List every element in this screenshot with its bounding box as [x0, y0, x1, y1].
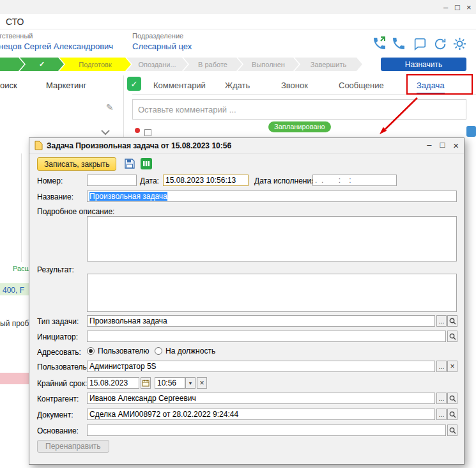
table-column-divider	[21, 153, 22, 262]
redirect-button[interactable]: Перенаправить	[37, 440, 109, 453]
calendar-icon	[142, 379, 150, 387]
description-label: Подробное описание:	[37, 207, 114, 216]
document-label: Документ:	[37, 410, 73, 419]
address-user-option[interactable]: Пользователю	[87, 347, 150, 355]
document-input[interactable]	[87, 409, 435, 420]
initiator-input[interactable]	[87, 331, 446, 342]
settings-gear-icon[interactable]	[452, 36, 467, 51]
contractor-search-button[interactable]	[447, 393, 457, 404]
stage-preparing[interactable]: Подготовк	[59, 58, 131, 71]
radio-position-label: На должность	[165, 347, 215, 355]
user-input[interactable]	[87, 361, 435, 372]
name-input[interactable]: Произвольная задача	[87, 191, 457, 202]
document-ellipsis-button[interactable]: ...	[436, 409, 447, 420]
app-maximize-button[interactable]: □	[455, 3, 460, 12]
description-textarea[interactable]	[87, 216, 457, 261]
task-type-ellipsis-button[interactable]: ...	[436, 315, 447, 327]
save-button[interactable]	[123, 158, 137, 171]
notification-badge	[135, 128, 140, 133]
tab-message[interactable]: Сообщение	[339, 81, 384, 90]
date-input[interactable]	[163, 175, 249, 186]
save-close-button[interactable]: Записать, закрыть	[37, 157, 116, 171]
app-close-button[interactable]: ×	[466, 3, 472, 12]
background-fragment-prob: ый проб	[0, 319, 29, 328]
task-type-label: Тип задачи:	[37, 317, 79, 326]
document-search-button[interactable]	[447, 409, 457, 420]
chat-bubble-icon[interactable]	[466, 126, 476, 137]
stage-preparing-label: Подготовк	[79, 61, 112, 68]
exec-date-input[interactable]	[312, 175, 397, 186]
deadline-label: Крайний срок:	[37, 379, 87, 388]
responsible-label: тственный	[0, 32, 33, 40]
panel-divider	[123, 75, 124, 137]
responsible-value[interactable]: нецов Сергей Александрович	[0, 42, 113, 51]
stage-finish-label: Завершить	[311, 61, 346, 68]
dialog-minimize-button[interactable]: –	[427, 140, 431, 151]
user-clear-button[interactable]: ×	[447, 361, 457, 372]
basis-search-button[interactable]	[447, 425, 457, 436]
name-selected-text: Произвольная задача	[89, 192, 167, 201]
dialog-maximize-button[interactable]: □	[440, 140, 445, 151]
basis-label: Основание:	[37, 426, 79, 435]
radio-user[interactable]	[87, 347, 95, 355]
deadline-time-input[interactable]	[155, 377, 185, 389]
dialog-close-button[interactable]: ×	[453, 140, 459, 151]
stage-done-1[interactable]	[0, 58, 24, 71]
chat-icon[interactable]	[413, 37, 427, 51]
stage-late-label: Опоздани...	[138, 61, 176, 68]
address-position-option[interactable]: На должность	[155, 347, 215, 355]
initiator-search-button[interactable]	[447, 331, 457, 342]
app-title: СТО	[6, 17, 24, 27]
stage-inwork[interactable]: В работе	[183, 58, 242, 71]
deadline-date-input[interactable]	[87, 377, 139, 389]
result-textarea[interactable]	[87, 274, 457, 312]
contractor-label: Контрагент:	[37, 394, 79, 403]
stage-done-2[interactable]: ✓	[20, 58, 64, 71]
app-titlebar	[0, 0, 476, 14]
tab-marketing[interactable]: Маркетинг	[46, 81, 86, 90]
time-dropdown-button[interactable]: ▼	[185, 377, 196, 389]
app-minimize-button[interactable]: –	[443, 3, 448, 12]
magnifier-icon	[449, 333, 456, 340]
chat-check-icon[interactable]: ✓	[127, 77, 141, 91]
calendar-button[interactable]	[141, 377, 151, 389]
result-label: Результат:	[37, 265, 74, 274]
highlight-row-pink	[0, 373, 29, 384]
radio-user-label: Пользователю	[98, 347, 150, 355]
radio-position[interactable]	[155, 347, 162, 355]
deadline-clear-button[interactable]: ×	[197, 377, 207, 389]
comment-input[interactable]	[132, 99, 466, 120]
refresh-icon[interactable]	[433, 37, 447, 51]
task-dialog: Задача Произвольная задача от 15.08.2023…	[29, 137, 464, 465]
contractor-ellipsis-button[interactable]: ...	[436, 393, 447, 404]
initiator-label: Инициатор:	[37, 332, 78, 341]
date-label: Дата:	[140, 176, 159, 185]
stage-finish[interactable]: Завершить	[295, 58, 362, 71]
department-value[interactable]: Слесарный цех	[132, 42, 192, 51]
tab-call[interactable]: Звонок	[281, 81, 308, 90]
stage-completed[interactable]: Выполнен	[238, 58, 299, 71]
magnifier-icon	[449, 411, 456, 418]
call-transfer-icon[interactable]	[372, 36, 387, 51]
magnifier-icon	[449, 427, 456, 434]
background-fragment-400f[interactable]: 400, F	[3, 286, 24, 295]
screen: – □ × СТО тственный нецов Сергей Алексан…	[0, 0, 476, 468]
planner-button[interactable]	[139, 158, 153, 171]
tab-wait[interactable]: Ждать	[225, 81, 250, 90]
tab-search[interactable]: оиск	[0, 81, 17, 90]
assign-button[interactable]: Назначить	[381, 58, 466, 71]
task-dialog-titlebar[interactable]: Задача Произвольная задача от 15.08.2023…	[29, 138, 464, 153]
call-icon[interactable]	[391, 36, 406, 51]
chevron-down-icon[interactable]	[101, 130, 110, 136]
task-type-search-button[interactable]	[447, 315, 457, 327]
basis-input[interactable]	[87, 425, 446, 436]
user-ellipsis-button[interactable]: ...	[436, 361, 447, 372]
magnifier-icon	[449, 318, 456, 325]
item-checkbox[interactable]	[144, 129, 151, 136]
edit-pencil-icon[interactable]: ✎	[106, 102, 114, 113]
stage-late[interactable]: Опоздани...	[127, 58, 188, 71]
task-type-input[interactable]	[87, 315, 435, 327]
contractor-input[interactable]	[87, 393, 435, 404]
number-input[interactable]	[87, 175, 137, 186]
tab-comment[interactable]: Комментарий	[153, 81, 206, 90]
